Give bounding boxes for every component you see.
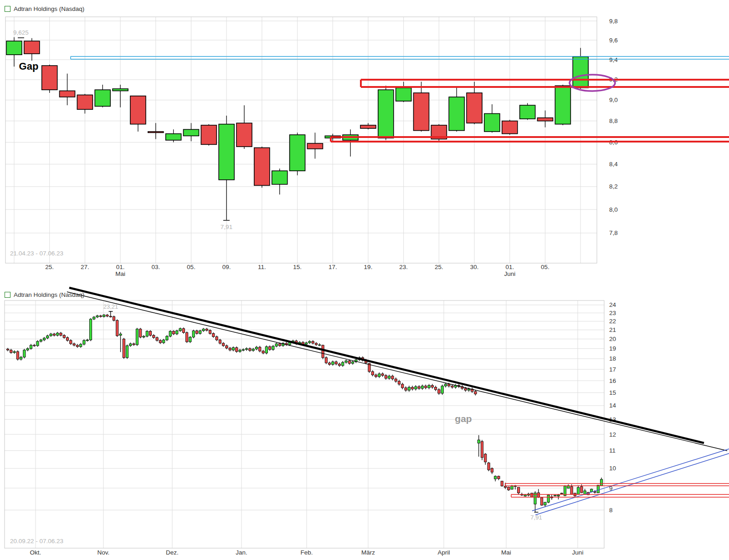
- daily-chart-legend: Adtran Holdings (Nasdaq): [5, 5, 84, 12]
- candle: [205, 328, 208, 331]
- candle-body-down: [381, 374, 384, 376]
- candle-body-up: [275, 344, 277, 346]
- candle-body-down: [395, 379, 397, 381]
- candle: [518, 487, 520, 494]
- x-axis-label: Mai: [501, 549, 511, 556]
- candle-body-up: [26, 349, 29, 350]
- candle: [103, 314, 105, 318]
- candle: [371, 370, 374, 376]
- candle: [242, 348, 244, 351]
- candle-body-up: [43, 338, 45, 340]
- x-axis-label: 01.: [116, 264, 125, 270]
- candle: [411, 386, 414, 390]
- candle: [577, 485, 580, 494]
- candle-body-up: [378, 90, 394, 138]
- candle: [408, 386, 410, 392]
- candle: [232, 346, 234, 351]
- candle-body-down: [560, 493, 563, 494]
- candle: [123, 338, 125, 359]
- candle-body-down: [254, 148, 270, 185]
- candle-body-up: [126, 346, 128, 357]
- candle: [272, 168, 287, 194]
- candle-body-down: [148, 132, 164, 132]
- candle-body-down: [60, 333, 62, 335]
- candle-body-down: [375, 375, 377, 377]
- candle: [477, 435, 480, 457]
- candle-body-down: [159, 341, 161, 343]
- candle-body-down: [418, 387, 420, 388]
- candle-body-up: [239, 350, 241, 351]
- candle: [601, 478, 603, 486]
- candle: [418, 385, 420, 390]
- candle-body-up: [524, 495, 526, 496]
- candle: [201, 124, 216, 146]
- y-axis-label: 8,8: [609, 117, 618, 124]
- candle-body-down: [448, 384, 450, 386]
- candle-body-down: [360, 125, 376, 128]
- candle-body-up: [408, 387, 410, 390]
- x-axis-sublabel: Juni: [504, 270, 515, 277]
- candle: [106, 314, 108, 317]
- candle: [265, 346, 267, 354]
- candle-body-up: [421, 386, 423, 388]
- candle: [520, 103, 535, 120]
- candle-body-down: [385, 376, 387, 378]
- candle: [431, 124, 447, 143]
- candle-body-down: [411, 387, 414, 389]
- y-axis-label: 16: [609, 377, 616, 384]
- y-axis-label: 24: [609, 301, 616, 308]
- candle-body-up: [467, 389, 470, 390]
- candle-body-up: [242, 350, 244, 351]
- candle: [537, 489, 539, 498]
- daily-chart: 9,89,69,49,29,08,88,68,48,28,07,825.27.0…: [5, 17, 729, 277]
- candle: [375, 374, 377, 378]
- candle-body-down: [425, 386, 427, 388]
- x-axis-label: Feb.: [300, 549, 313, 556]
- candle: [70, 339, 72, 345]
- candle-body-up: [557, 495, 560, 496]
- candle-body-down: [498, 476, 500, 479]
- candle: [378, 372, 380, 378]
- candle: [24, 38, 40, 61]
- candle: [186, 331, 188, 343]
- candle: [438, 388, 440, 395]
- candle: [461, 385, 463, 390]
- candle: [236, 105, 252, 149]
- candle-body-down: [315, 343, 317, 345]
- candle: [345, 360, 347, 364]
- candle: [405, 387, 407, 392]
- candle: [290, 132, 305, 175]
- candle-body-up: [544, 502, 546, 505]
- candle: [153, 334, 155, 339]
- candle: [597, 485, 599, 493]
- x-axis-label: April: [437, 549, 450, 556]
- candle-body-down: [348, 361, 350, 363]
- candle: [325, 356, 327, 364]
- candle-body-down: [66, 338, 68, 341]
- candle: [415, 385, 417, 391]
- candle: [421, 385, 423, 390]
- candle-body-down: [391, 376, 394, 379]
- channel-line-upper: [532, 449, 729, 511]
- candle: [229, 347, 231, 351]
- low-label: 7,91: [221, 224, 232, 230]
- candle: [343, 129, 358, 156]
- candle-body-up: [202, 329, 205, 331]
- candle-body-up: [176, 331, 178, 334]
- candle-body-up: [163, 340, 165, 343]
- candle-body-down: [60, 91, 75, 97]
- candle-body-down: [99, 316, 102, 317]
- candle: [176, 330, 178, 335]
- candle-body-up: [573, 57, 588, 88]
- candle-body-down: [431, 385, 433, 387]
- candle-body-down: [77, 95, 92, 109]
- candle-body-down: [414, 93, 429, 131]
- candle-body-up: [36, 341, 39, 346]
- y-axis-label: 8,4: [609, 161, 618, 168]
- candle-body-up: [265, 346, 267, 353]
- candle: [73, 342, 75, 346]
- candle: [96, 315, 98, 318]
- long-range-chart: 24232221201918171615141312111098Okt.Nov.…: [5, 288, 729, 556]
- candle: [491, 468, 493, 474]
- candle-body-down: [53, 334, 55, 335]
